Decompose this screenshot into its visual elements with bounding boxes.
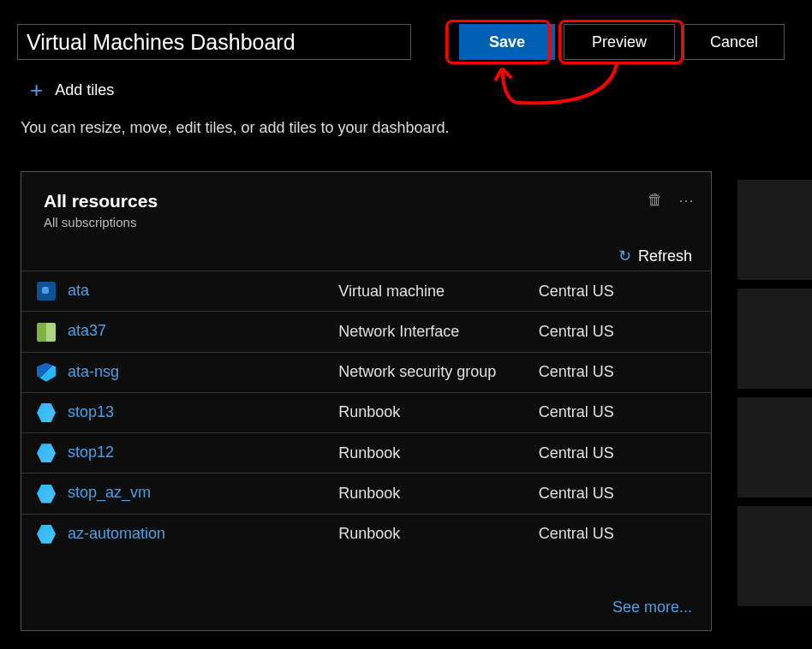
resources-table: ataVirtual machineCentral USata37Network… — [21, 271, 711, 554]
tile-title: All resources — [44, 191, 648, 211]
table-row: ata-nsgNetwork security groupCentral US — [21, 352, 711, 392]
table-row: ata37Network InterfaceCentral US — [21, 312, 711, 352]
tile-area: All resources All subscriptions 🗑 ⋯ ↻ Re… — [21, 171, 796, 631]
see-more-link[interactable]: See more... — [612, 598, 692, 616]
resource-name-link[interactable]: az-automation — [68, 525, 165, 542]
resource-type-icon — [37, 282, 56, 301]
tile-header: All resources All subscriptions 🗑 ⋯ — [21, 172, 711, 235]
resource-location-cell: Central US — [539, 271, 711, 312]
resource-location-cell: Central US — [539, 312, 711, 352]
preview-button[interactable]: Preview — [564, 24, 675, 60]
placeholder-tile[interactable] — [737, 506, 812, 606]
table-row: ataVirtual machineCentral US — [21, 271, 711, 312]
resource-type-cell: Virtual machine — [338, 271, 538, 312]
table-row: stop13RunbookCentral US — [21, 392, 711, 432]
resource-name-link[interactable]: stop12 — [68, 444, 114, 461]
resource-type-cell: Runbook — [338, 392, 538, 432]
resource-type-icon — [37, 485, 56, 503]
all-resources-tile[interactable]: All resources All subscriptions 🗑 ⋯ ↻ Re… — [21, 171, 712, 631]
resource-location-cell: Central US — [539, 352, 711, 392]
table-row: stop12RunbookCentral US — [21, 433, 711, 473]
placeholder-tile[interactable] — [737, 397, 812, 497]
placeholder-tile[interactable] — [737, 180, 812, 280]
plus-icon: + — [30, 77, 43, 104]
resource-name-link[interactable]: stop13 — [68, 403, 114, 420]
cancel-button[interactable]: Cancel — [684, 24, 785, 60]
resource-name-link[interactable]: stop_az_vm — [68, 484, 151, 501]
resource-name-link[interactable]: ata37 — [68, 322, 106, 339]
resource-name-link[interactable]: ata-nsg — [68, 363, 119, 380]
resource-type-icon — [37, 323, 56, 342]
add-tiles-label: Add tiles — [55, 81, 114, 99]
refresh-icon: ↻ — [618, 247, 631, 265]
resource-location-cell: Central US — [539, 473, 711, 514]
side-tile-stack — [737, 180, 812, 615]
resource-type-cell: Network Interface — [338, 312, 538, 352]
resource-name-link[interactable]: ata — [68, 282, 89, 299]
sub-toolbar: + Add tiles — [0, 60, 812, 104]
resource-type-cell: Runbook — [338, 473, 538, 514]
top-bar: Save Preview Cancel — [0, 0, 812, 60]
resource-type-icon — [37, 525, 56, 544]
tile-subtitle: All subscriptions — [44, 215, 648, 229]
resource-type-icon — [37, 444, 56, 462]
hint-text: You can resize, move, edit tiles, or add… — [0, 104, 812, 137]
refresh-button[interactable]: ↻ Refresh — [618, 247, 692, 265]
resource-location-cell: Central US — [539, 392, 711, 432]
resource-location-cell: Central US — [539, 433, 711, 473]
resource-type-cell: Network security group — [338, 352, 538, 392]
resource-type-cell: Runbook — [338, 514, 538, 554]
resource-type-icon — [37, 363, 56, 382]
table-row: stop_az_vmRunbookCentral US — [21, 473, 711, 514]
delete-tile-icon[interactable]: 🗑 — [648, 191, 663, 210]
resource-type-cell: Runbook — [338, 433, 538, 473]
save-button[interactable]: Save — [459, 24, 555, 60]
resource-type-icon — [37, 403, 56, 422]
resource-location-cell: Central US — [539, 514, 711, 554]
add-tiles-button[interactable]: + Add tiles — [30, 77, 114, 104]
tile-menu-icon[interactable]: ⋯ — [678, 191, 694, 210]
refresh-label: Refresh — [638, 247, 692, 265]
dashboard-title-input[interactable] — [17, 24, 411, 60]
placeholder-tile[interactable] — [737, 289, 812, 389]
table-row: az-automationRunbookCentral US — [21, 514, 711, 554]
